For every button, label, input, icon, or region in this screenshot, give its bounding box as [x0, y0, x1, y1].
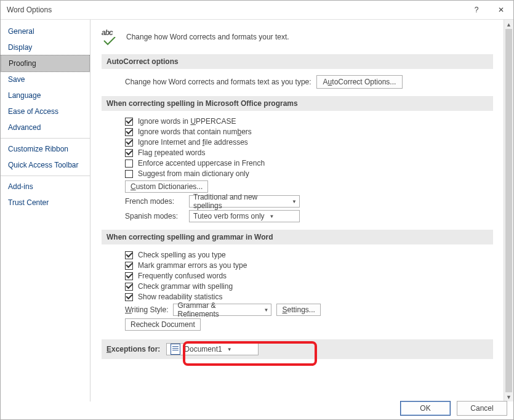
word-check-row: Show readability statistics [102, 293, 493, 301]
checkbox-label: Ignore words that contain numbers [138, 127, 252, 136]
sidebar-item-display[interactable]: Display [1, 39, 90, 55]
intro-row: abc Change how Word corrects and formats… [102, 28, 493, 46]
chevron-down-icon: ▼ [227, 347, 232, 352]
checkbox[interactable] [125, 139, 133, 147]
writing-style-label: Writing Style: [125, 305, 168, 314]
sidebar-item-save[interactable]: Save [1, 71, 90, 87]
title-bar: Word Options ? ✕ [1, 1, 513, 20]
word-check-row: Frequently confused words [102, 272, 493, 280]
sidebar-item-ease-of-access[interactable]: Ease of Access [1, 103, 90, 119]
vertical-scrollbar[interactable]: ▲ ▼ [504, 20, 513, 402]
dialog-body: General Display Proofing Save Language E… [1, 20, 513, 402]
section-office-spelling-header: When correcting spelling in Microsoft Of… [102, 96, 493, 111]
recheck-document-button[interactable]: Recheck Document [125, 318, 201, 331]
checkbox-label: Mark grammar errors as you type [138, 261, 247, 270]
checkbox-label: Ignore Internet and file addresses [138, 138, 248, 147]
main-panel: abc Change how Word corrects and formats… [90, 20, 513, 402]
sidebar-item-general[interactable]: General [1, 23, 90, 39]
checkbox-label: Enforce accented uppercase in French [138, 159, 265, 168]
writing-style-select[interactable]: Grammar & Refinements▼ [173, 304, 271, 316]
checkbox-label: Suggest from main dictionary only [138, 169, 249, 178]
checkbox[interactable] [125, 293, 133, 301]
checkbox[interactable] [125, 149, 133, 157]
checkbox[interactable] [125, 118, 133, 126]
spanish-modes-select[interactable]: Tuteo verb forms only▼ [189, 210, 300, 222]
chevron-down-icon: ▼ [264, 307, 269, 313]
checkbox-label: Check spelling as you type [138, 251, 226, 259]
word-check-row: Mark grammar errors as you type [102, 261, 493, 270]
checkbox-label: Show readability statistics [138, 293, 222, 301]
sidebar-separator [1, 138, 90, 139]
checkbox-label: Ignore words in UPPERCASE [138, 117, 236, 126]
exceptions-for-select[interactable]: Document1 ▼ [166, 343, 259, 355]
sidebar-item-advanced[interactable]: Advanced [1, 119, 90, 135]
sidebar-item-language[interactable]: Language [1, 87, 90, 103]
office-check-row: Suggest from main dictionary only [102, 169, 493, 178]
close-button[interactable]: ✕ [489, 1, 513, 19]
sidebar-item-quick-access-toolbar[interactable]: Quick Access Toolbar [1, 157, 90, 173]
sidebar-separator [1, 176, 90, 176]
checkbox[interactable] [125, 170, 133, 178]
checkbox-label: Check grammar with spelling [138, 282, 233, 291]
custom-dictionaries-button[interactable]: Custom Dictionaries... [125, 180, 208, 193]
spanish-modes-row: Spanish modes: Tuteo verb forms only▼ [102, 210, 493, 222]
sidebar-item-add-ins[interactable]: Add-ins [1, 179, 90, 195]
office-check-row: Ignore words that contain numbers [102, 127, 493, 136]
scrollbar-thumb[interactable] [505, 29, 512, 392]
office-check-row: Enforce accented uppercase in French [102, 159, 493, 168]
intro-text: Change how Word corrects and formats you… [126, 33, 289, 41]
sidebar-item-trust-center[interactable]: Trust Center [1, 195, 90, 211]
french-modes-label: French modes: [125, 197, 183, 206]
proofing-abc-icon: abc [102, 28, 119, 46]
scroll-down-arrow-icon[interactable]: ▼ [504, 392, 513, 402]
writing-style-row: Writing Style: Grammar & Refinements▼ Se… [102, 304, 493, 316]
checkbox[interactable] [125, 128, 133, 136]
checkbox[interactable] [125, 251, 133, 259]
checkbox-label: Frequently confused words [138, 272, 227, 280]
word-doc-icon [171, 344, 180, 355]
chevron-down-icon: ▼ [292, 199, 297, 204]
checkbox[interactable] [125, 262, 133, 270]
section-autocorrect-header: AutoCorrect options [102, 54, 493, 69]
french-modes-select[interactable]: Traditional and new spellings▼ [189, 195, 300, 208]
settings-button[interactable]: Settings... [276, 304, 320, 316]
sidebar-item-customize-ribbon[interactable]: Customize Ribbon [1, 141, 90, 157]
cancel-button[interactable]: Cancel [457, 401, 507, 416]
category-sidebar: General Display Proofing Save Language E… [1, 20, 90, 402]
french-modes-row: French modes: Traditional and new spelli… [102, 195, 493, 208]
help-button[interactable]: ? [464, 1, 489, 19]
section-word-spelling-header: When correcting spelling and grammar in … [102, 230, 493, 244]
autocorrect-desc: Change how Word corrects and formats tex… [125, 78, 311, 86]
window-title: Word Options [7, 6, 464, 14]
autocorrect-row: Change how Word corrects and formats tex… [102, 75, 493, 89]
word-check-row: Check grammar with spelling [102, 282, 493, 291]
sidebar-item-proofing[interactable]: Proofing [1, 55, 90, 72]
word-options-dialog: Word Options ? ✕ General Display Proofin… [0, 0, 514, 420]
checkbox-label: Flag repeated words [138, 148, 205, 157]
checkbox[interactable] [125, 272, 133, 280]
exceptions-label: Exceptions for: [106, 345, 160, 353]
ok-button[interactable]: OK [400, 401, 451, 416]
dialog-footer: OK Cancel [400, 401, 507, 416]
office-check-row: Ignore Internet and file addresses [102, 138, 493, 147]
checkbox[interactable] [125, 160, 133, 168]
word-check-row: Check spelling as you type [102, 251, 493, 259]
office-check-row: Flag repeated words [102, 148, 493, 157]
chevron-down-icon: ▼ [270, 214, 275, 219]
checkbox[interactable] [125, 283, 133, 291]
office-check-row: Ignore words in UPPERCASE [102, 117, 493, 126]
scroll-up-arrow-icon[interactable]: ▲ [504, 20, 513, 29]
autocorrect-options-button[interactable]: AutoCorrect Options... [316, 75, 403, 89]
spanish-modes-label: Spanish modes: [125, 212, 183, 220]
exceptions-for-row: Exceptions for: Document1 ▼ [102, 339, 493, 359]
scroll-content: abc Change how Word corrects and formats… [90, 20, 504, 402]
